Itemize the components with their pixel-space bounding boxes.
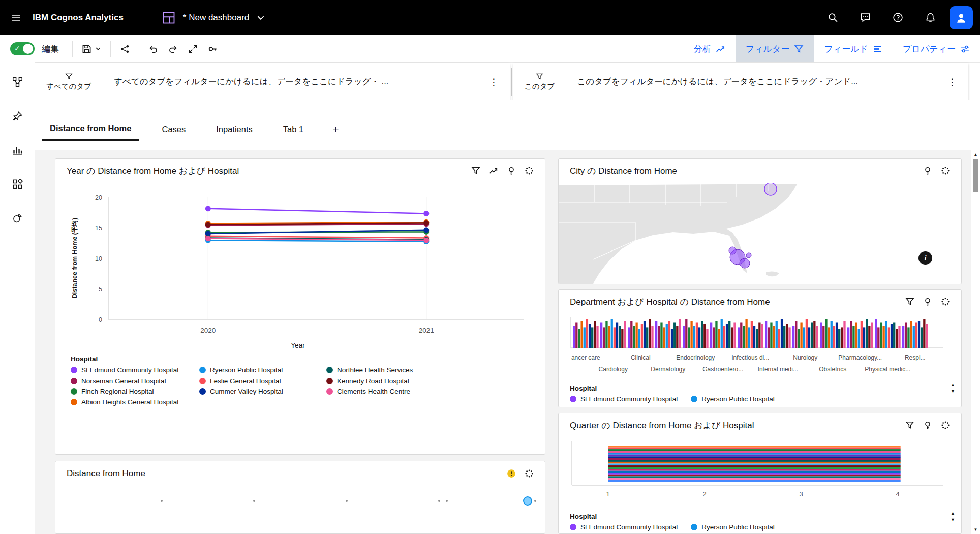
sidebar-pin-button[interactable] — [6, 105, 28, 127]
bulb-icon[interactable] — [923, 166, 932, 175]
sidebar-sources-button[interactable] — [6, 71, 28, 93]
legend-item[interactable]: Ryerson Public Hospital — [199, 366, 326, 374]
legend-item[interactable]: Clements Health Centre — [326, 388, 413, 395]
sidebar-visualizations-button[interactable] — [6, 139, 28, 161]
tab-inpatients[interactable]: Inpatients — [208, 117, 260, 141]
all-tabs-filter-dropzone[interactable]: すべてのタブ すべてのタブをフィルターにかけるには、データをここにドラッグ・ .… — [35, 63, 510, 101]
help-icon — [893, 12, 903, 23]
actions-icon[interactable] — [525, 166, 534, 175]
filter-icon[interactable] — [905, 297, 914, 306]
map-bubble[interactable] — [764, 183, 777, 195]
tool-properties-button[interactable]: プロパティー — [893, 35, 980, 62]
scrollbar-up-arrow[interactable]: ▲ — [971, 150, 980, 159]
scrollbar-thumb[interactable] — [973, 159, 978, 192]
legend-scroll-up[interactable]: ▲ — [951, 511, 955, 516]
bulb-icon[interactable] — [507, 166, 516, 175]
add-tab-button[interactable]: + — [326, 117, 345, 141]
legend-item[interactable]: Cummer Valley Hospital — [199, 388, 326, 395]
filter-row: すべてのタブ すべてのタブをフィルターにかけるには、データをここにドラッグ・ .… — [0, 62, 980, 100]
legend-scroll-up[interactable]: ▲ — [951, 382, 955, 387]
widget-action-icons — [905, 421, 950, 430]
vertical-scrollbar[interactable]: ▲ ▼ — [971, 150, 980, 534]
actions-icon[interactable] — [525, 469, 534, 478]
tool-filter-button[interactable]: フィルター — [736, 35, 814, 62]
tab-cases[interactable]: Cases — [154, 117, 193, 141]
legend-item[interactable]: Ryerson Public Hospital — [691, 395, 774, 403]
notifications-button[interactable] — [914, 0, 946, 35]
dashboard-title-chevron[interactable] — [256, 13, 265, 22]
widget-action-icons — [923, 166, 950, 175]
bulb-icon[interactable] — [923, 421, 932, 430]
scrollbar-down-arrow[interactable]: ▼ — [971, 525, 980, 533]
this-tab-filter-dropzone[interactable]: このタブ このタブをフィルターにかけるには、データをここにドラッグ・アンド...… — [513, 63, 968, 101]
legend-item[interactable]: Norseman General Hospital — [71, 377, 199, 385]
fullscreen-button[interactable] — [183, 39, 203, 59]
actions-icon[interactable] — [941, 421, 950, 430]
legend-item[interactable]: St Edmund Community Hospital — [570, 395, 678, 403]
widget-header: Quarter の Distance from Home および Hospita… — [559, 413, 961, 437]
legend-label: St Edmund Community Hospital — [580, 523, 678, 531]
legend-label: Kennedy Road Hospital — [337, 377, 409, 385]
widget-distance-scatter[interactable]: Distance from Home — [55, 461, 545, 534]
sidebar-widgets-button[interactable] — [6, 173, 28, 195]
save-button[interactable] — [77, 39, 106, 59]
share-button[interactable] — [115, 39, 135, 59]
chat-button[interactable] — [849, 0, 881, 35]
bulb-icon[interactable] — [923, 297, 932, 306]
info-icon[interactable]: i — [918, 251, 932, 265]
svg-text:Dermatology: Dermatology — [651, 366, 685, 373]
actions-icon[interactable] — [941, 166, 950, 175]
widget-city-map[interactable]: City の Distance from Home i — [558, 158, 962, 284]
analyze-icon — [716, 44, 725, 54]
legend-label: Finch Regional Hospital — [81, 388, 154, 395]
legend-scroll-down[interactable]: ▼ — [951, 389, 955, 394]
legend-scroll-down[interactable]: ▼ — [951, 517, 955, 522]
filter-icon[interactable] — [471, 166, 480, 175]
widget-quarter-bar-chart[interactable]: Quarter の Distance from Home および Hospita… — [558, 413, 962, 534]
map-bubble[interactable] — [740, 258, 750, 268]
redo-button[interactable] — [163, 39, 183, 59]
widget-department-bar-chart[interactable]: Department および Hospital の Distance from … — [558, 289, 962, 407]
this-tab-filter-menu-button[interactable]: ⋮ — [947, 77, 957, 87]
legend-swatch — [199, 378, 206, 384]
legend-item[interactable]: St Edmund Community Hospital — [570, 523, 678, 531]
search-button[interactable] — [816, 0, 849, 35]
legend-item[interactable]: Finch Regional Hospital — [71, 388, 199, 395]
scatter-highlight-point[interactable] — [523, 496, 532, 506]
sidebar-assistant-button[interactable] — [6, 207, 28, 229]
toolbar-divider — [139, 41, 139, 57]
legend-item[interactable]: Leslie General Hospital — [199, 377, 326, 385]
tool-fields-button[interactable]: フィールド — [814, 35, 893, 62]
legend-item[interactable]: Albion Heights General Hospital — [71, 398, 199, 406]
help-button[interactable] — [881, 0, 914, 35]
legend-swatch — [691, 396, 697, 402]
undo-button[interactable] — [143, 39, 163, 59]
widget-year-line-chart[interactable]: Year の Distance from Home および Hospital 0… — [55, 158, 545, 455]
scatter-point — [446, 500, 448, 502]
legend-title: Hospital — [570, 385, 775, 392]
tab-distance-from-home[interactable]: Distance from Home — [42, 117, 139, 141]
tab-tab-1[interactable]: Tab 1 — [275, 117, 311, 141]
legend-swatch — [71, 367, 77, 373]
widget-header: Distance from Home — [55, 461, 545, 486]
actions-icon[interactable] — [941, 297, 950, 306]
map-bubble[interactable] — [729, 247, 736, 254]
warning-icon[interactable] — [507, 469, 516, 478]
this-tab-filter-header: このタブ — [525, 73, 555, 91]
legend-item[interactable]: St Edmund Community Hospital — [71, 366, 199, 374]
legend-item[interactable]: Ryerson Public Hospital — [691, 523, 774, 531]
key-button[interactable] — [203, 39, 223, 59]
filter-icon[interactable] — [905, 421, 914, 430]
legend-swatch — [71, 399, 77, 405]
trend-icon[interactable] — [489, 166, 498, 175]
map-bubble[interactable] — [746, 253, 751, 258]
hamburger-menu-button[interactable] — [0, 0, 33, 35]
legend-item[interactable]: Kennedy Road Hospital — [326, 377, 413, 385]
all-tabs-filter-menu-button[interactable]: ⋮ — [489, 77, 499, 87]
user-avatar[interactable] — [950, 6, 973, 29]
save-icon — [82, 44, 91, 54]
edit-toggle[interactable]: ✓ — [10, 42, 35, 55]
legend-item[interactable]: Northlee Health Services — [326, 366, 413, 374]
tool-analyze-button[interactable]: 分析 — [684, 35, 736, 62]
scatter-point — [534, 500, 536, 502]
